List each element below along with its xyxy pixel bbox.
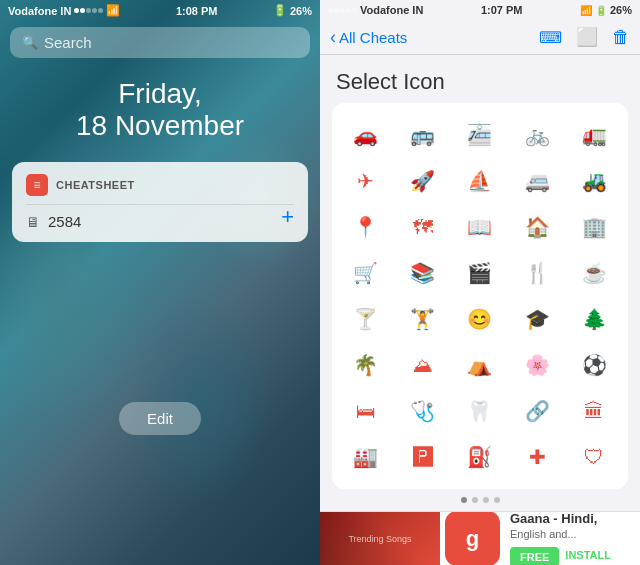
page-dot-3[interactable] xyxy=(483,497,489,503)
icon-factory[interactable]: 🏭 xyxy=(338,435,393,479)
ad-trending: Trending Songs xyxy=(348,534,411,544)
icon-coffee[interactable]: ☕ xyxy=(567,251,622,295)
signal-dot-3 xyxy=(86,8,91,13)
left-status-bar: Vodafone IN 📶 1:08 PM 🔋 26% xyxy=(0,0,320,21)
back-button[interactable]: ‹ All Cheats xyxy=(330,27,407,48)
right-status-bar: Vodafone IN 1:07 PM 📶 🔋 26% xyxy=(320,0,640,20)
battery-percent: 26% xyxy=(290,5,312,17)
widget-app-icon: ≡ xyxy=(26,174,48,196)
icon-bank[interactable]: 🏛 xyxy=(567,389,622,433)
icon-cocktail[interactable]: 🍸 xyxy=(338,297,393,341)
icon-tram[interactable]: 🚈 xyxy=(452,113,507,157)
r-dot-5 xyxy=(352,8,357,13)
signal-dots xyxy=(74,8,103,13)
icon-car[interactable]: 🚗 xyxy=(338,113,393,157)
ad-banner[interactable]: AD Trending Songs g Gaana - Hindi, Engli… xyxy=(320,511,640,565)
right-wifi-icon: 📶 xyxy=(580,5,592,16)
icon-rocket[interactable]: 🚀 xyxy=(395,159,450,203)
right-carrier: Vodafone IN xyxy=(360,4,423,16)
back-chevron-icon: ‹ xyxy=(330,27,336,48)
icon-flower[interactable]: 🌸 xyxy=(510,343,565,387)
widget-add-button[interactable]: + xyxy=(281,204,294,230)
page-dot-1[interactable] xyxy=(461,497,467,503)
icon-parking[interactable]: 🅿 xyxy=(395,435,450,479)
icon-smiley[interactable]: 😊 xyxy=(452,297,507,341)
monitor-icon: 🖥 xyxy=(26,214,40,230)
edit-button[interactable]: Edit xyxy=(119,402,201,435)
icon-house[interactable]: 🏠 xyxy=(510,205,565,249)
gaana-logo: g xyxy=(445,511,500,565)
widget-card: ≡ CHEATSHEET 🖥 2584 + xyxy=(12,162,308,242)
r-dot-3 xyxy=(340,8,345,13)
keyboard-icon[interactable]: ⌨ xyxy=(539,28,562,47)
left-panel: Vodafone IN 📶 1:08 PM 🔋 26% 🔍 Search Fri… xyxy=(0,0,320,565)
widget-header: ≡ CHEATSHEET xyxy=(26,174,294,196)
icon-truck[interactable]: 🚛 xyxy=(567,113,622,157)
icon-dumbbell[interactable]: 🏋 xyxy=(395,297,450,341)
icon-fork-knife[interactable]: 🍴 xyxy=(510,251,565,295)
icon-graduation[interactable]: 🎓 xyxy=(510,297,565,341)
icon-gas-station[interactable]: ⛽ xyxy=(452,435,507,479)
r-dot-1 xyxy=(328,8,333,13)
icon-film[interactable]: 🎬 xyxy=(452,251,507,295)
icon-shield[interactable]: 🛡 xyxy=(567,435,622,479)
icon-mountain[interactable]: ⛰ xyxy=(395,343,450,387)
icon-link[interactable]: 🔗 xyxy=(510,389,565,433)
icon-bus[interactable]: 🚌 xyxy=(395,113,450,157)
icon-book[interactable]: 📖 xyxy=(452,205,507,249)
icon-palm-tree[interactable]: 🌴 xyxy=(338,343,393,387)
icon-location[interactable]: 📍 xyxy=(338,205,393,249)
icons-grid-container: 🚗🚌🚈🚲🚛✈🚀⛵🚐🚜📍🗺📖🏠🏢🛒📚🎬🍴☕🍸🏋😊🎓🌲🌴⛰⛺🌸⚽🛏🩺🦷🔗🏛🏭🅿⛽✚🛡 xyxy=(332,103,628,489)
share-icon[interactable]: ⬜ xyxy=(576,26,598,48)
icon-bicycle[interactable]: 🚲 xyxy=(510,113,565,157)
icon-tent[interactable]: ⛺ xyxy=(452,343,507,387)
date-display: Friday, 18 November xyxy=(0,78,320,142)
page-dots xyxy=(320,489,640,511)
icon-soccer[interactable]: ⚽ xyxy=(567,343,622,387)
widget-item-number: 2584 xyxy=(48,213,81,230)
battery-icon: 🔋 xyxy=(273,4,287,17)
icon-sailboat[interactable]: ⛵ xyxy=(452,159,507,203)
nav-right-icons: ⌨ ⬜ 🗑 xyxy=(539,26,630,48)
right-battery-percent: 26% xyxy=(610,4,632,16)
right-nav-bar: ‹ All Cheats ⌨ ⬜ 🗑 xyxy=(320,20,640,55)
day-label: Friday, xyxy=(0,78,320,110)
icons-grid: 🚗🚌🚈🚲🚛✈🚀⛵🚐🚜📍🗺📖🏠🏢🛒📚🎬🍴☕🍸🏋😊🎓🌲🌴⛰⛺🌸⚽🛏🩺🦷🔗🏛🏭🅿⛽✚🛡 xyxy=(338,113,622,479)
r-dot-2 xyxy=(334,8,339,13)
signal-dot-1 xyxy=(74,8,79,13)
icon-cross[interactable]: ✚ xyxy=(510,435,565,479)
icon-caravan[interactable]: 🚐 xyxy=(510,159,565,203)
icon-shopping-cart[interactable]: 🛒 xyxy=(338,251,393,295)
ad-free-label: FREE xyxy=(510,547,559,566)
right-status-left: Vodafone IN xyxy=(328,4,423,16)
icon-building[interactable]: 🏢 xyxy=(567,205,622,249)
signal-dot-4 xyxy=(92,8,97,13)
page-dot-2[interactable] xyxy=(472,497,478,503)
select-icon-title: Select Icon xyxy=(320,55,640,103)
icon-tooth[interactable]: 🦷 xyxy=(452,389,507,433)
page-dot-4[interactable] xyxy=(494,497,500,503)
r-dot-4 xyxy=(346,8,351,13)
delete-icon[interactable]: 🗑 xyxy=(612,27,630,48)
widget-title: CHEATSHEET xyxy=(56,179,135,191)
icon-tree[interactable]: 🌲 xyxy=(567,297,622,341)
signal-dot-5 xyxy=(98,8,103,13)
icon-map[interactable]: 🗺 xyxy=(395,205,450,249)
right-battery-icon: 🔋 xyxy=(595,5,607,16)
ad-install-label[interactable]: INSTALL xyxy=(565,549,611,561)
right-status-right: 📶 🔋 26% xyxy=(580,4,632,16)
widget-item: 🖥 2584 xyxy=(26,213,294,230)
carrier-label: Vodafone IN xyxy=(8,5,71,17)
icon-airplane[interactable]: ✈ xyxy=(338,159,393,203)
right-panel: Vodafone IN 1:07 PM 📶 🔋 26% ‹ All Cheats… xyxy=(320,0,640,565)
ad-image: Trending Songs xyxy=(320,511,440,565)
icon-tractor[interactable]: 🚜 xyxy=(567,159,622,203)
search-bar[interactable]: 🔍 Search xyxy=(10,27,310,58)
widget-separator xyxy=(26,204,294,205)
search-placeholder: Search xyxy=(44,34,92,51)
icon-bed[interactable]: 🛏 xyxy=(338,389,393,433)
icon-open-book[interactable]: 📚 xyxy=(395,251,450,295)
status-right: 🔋 26% xyxy=(273,4,312,17)
icon-stethoscope[interactable]: 🩺 xyxy=(395,389,450,433)
ad-subtitle: English and... xyxy=(510,528,630,540)
